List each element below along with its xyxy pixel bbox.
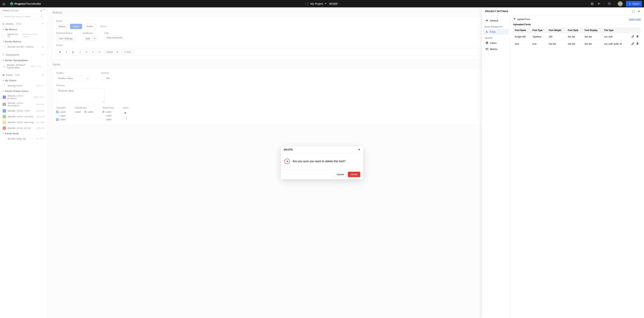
help-icon[interactable]	[608, 2, 611, 6]
export-label: Export	[632, 2, 639, 5]
delete-button[interactable]: Delete	[348, 172, 360, 177]
logo-mark-icon	[10, 2, 14, 6]
svg-point-1	[598, 3, 599, 4]
project-selector[interactable]: My Project R3 2023	[306, 2, 338, 5]
modal-title: DELETE	[284, 148, 293, 151]
error-icon: ✕	[284, 159, 290, 164]
version-badge: R3 2023	[328, 2, 339, 5]
export-button[interactable]: Export	[626, 1, 642, 7]
gear-icon[interactable]	[590, 2, 594, 6]
cloud-offline-icon	[306, 3, 309, 5]
modal-message: Are you sure you want to delete this fon…	[292, 160, 346, 163]
svg-point-0	[592, 4, 592, 4]
brand-bold: Progress	[14, 2, 26, 5]
divider	[604, 2, 604, 6]
divider	[614, 2, 614, 6]
avatar[interactable]: RK	[618, 1, 623, 6]
close-icon[interactable]: ✕	[358, 148, 360, 151]
brand-logo[interactable]: ProgressThemeBuilder	[10, 2, 41, 5]
brand-light: ThemeBuilder	[26, 2, 41, 5]
delete-modal: DELETE ✕ ✕ Are you sure you want to dele…	[281, 146, 363, 179]
chevron-down-icon	[325, 3, 326, 4]
top-nav: ProgressThemeBuilder My Project R3 2023 …	[0, 0, 644, 8]
cancel-button[interactable]: Cancel	[334, 172, 346, 177]
project-name: My Project	[310, 2, 323, 5]
home-icon[interactable]	[2, 2, 6, 6]
add-user-icon[interactable]	[597, 2, 601, 6]
modal-overlay: DELETE ✕ ✕ Are you sure you want to dele…	[0, 8, 644, 318]
